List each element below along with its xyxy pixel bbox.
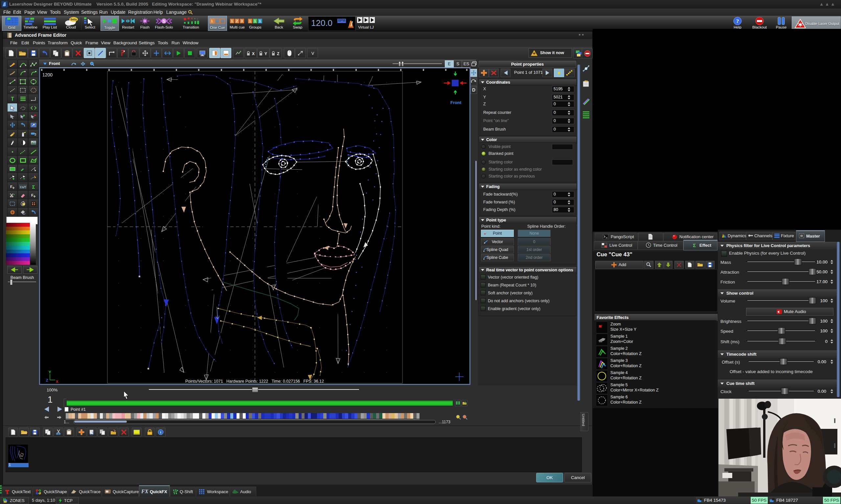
svg-text:T: T <box>11 96 14 102</box>
svg-text:beta: beta <box>71 18 77 21</box>
svg-text:X: X <box>252 52 255 56</box>
svg-text:V: V <box>311 51 314 56</box>
svg-text:?: ? <box>736 18 739 24</box>
svg-text:3: 3 <box>241 19 243 23</box>
svg-text:1: 1 <box>259 19 261 23</box>
svg-text:Y: Y <box>264 52 267 56</box>
svg-text:i: i <box>160 430 161 434</box>
svg-text:F: F <box>31 193 34 197</box>
svg-text:Z: Z <box>277 52 279 56</box>
svg-text:S: S <box>162 19 166 24</box>
svg-text:Front: Front <box>450 100 462 105</box>
svg-text:F: F <box>10 185 13 189</box>
svg-text:CUT: CUT <box>20 185 26 189</box>
svg-text:X: X <box>56 380 58 383</box>
svg-text:1: 1 <box>249 19 251 23</box>
svg-text:1: 1 <box>231 19 233 23</box>
svg-text:2: 2 <box>236 19 238 23</box>
svg-text:1: 1 <box>211 19 213 23</box>
svg-text:1200: 1200 <box>42 72 53 77</box>
svg-text:1: 1 <box>254 19 256 23</box>
svg-text:Σ: Σ <box>32 184 35 189</box>
svg-text:FX: FX <box>141 489 149 494</box>
svg-text:Y: Y <box>49 370 51 374</box>
svg-text:Z: Z <box>46 378 48 382</box>
svg-text:Points/Vectors: 1071 Hardwar: Points/Vectors: 1071 Hardware Points: 12… <box>185 379 324 383</box>
